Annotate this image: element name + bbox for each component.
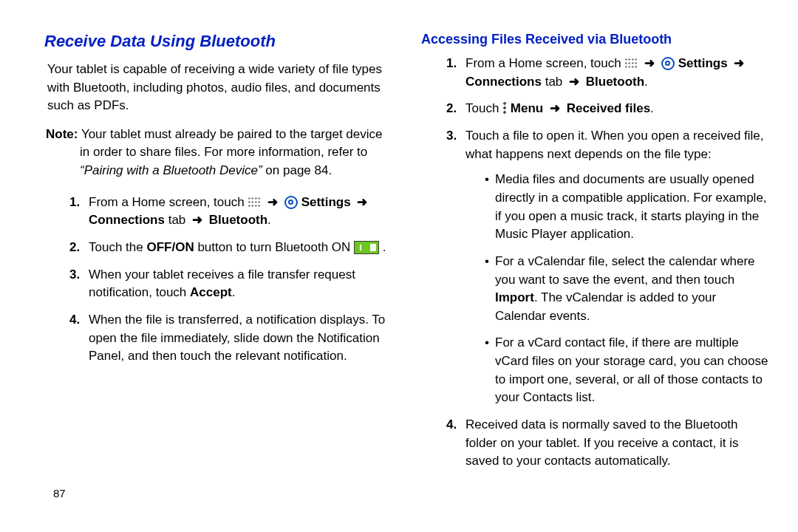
left-step-1: From a Home screen, touch ➜ Settings ➜ C… [69, 194, 392, 230]
step1-prefix: From a Home screen, touch [89, 195, 248, 209]
heading-accessing: Accessing Files Received via Bluetooth [421, 30, 768, 49]
left-step-2: Touch the OFF/ON button to turn Bluetoot… [69, 239, 392, 257]
bluetooth-label: Bluetooth [586, 75, 644, 89]
right-bullets: Media files and documents are usually op… [466, 171, 768, 407]
step2-text-a: Touch the [89, 240, 146, 254]
r-step1-prefix: From a Home screen, touch [466, 56, 624, 70]
right-step-4: Received data is normally saved to the B… [446, 416, 768, 471]
bullet-media: Media files and documents are usually op… [485, 171, 768, 244]
left-column: Receive Data Using Bluetooth Your tablet… [44, 30, 392, 517]
arrow-icon: ➜ [641, 56, 658, 70]
step2-offon: OFF/ON [146, 240, 194, 254]
right-step-1: From a Home screen, touch ➜ Settings ➜ C… [446, 55, 768, 91]
tab-word: tab [542, 75, 566, 89]
bullet-vcard: For a vCard contact file, if there are m… [485, 334, 768, 407]
left-step-4: When the file is transferred, a notifica… [69, 311, 392, 366]
bullet2-import: Import [495, 290, 534, 304]
menu-icon [502, 102, 507, 114]
bullet-vcalendar: For a vCalendar file, select the calenda… [485, 253, 768, 326]
arrow-icon: ➜ [354, 195, 370, 209]
note-text-line2: in order to share files. For more inform… [80, 145, 367, 159]
arrow-icon: ➜ [566, 75, 582, 89]
right-steps: From a Home screen, touch ➜ Settings ➜ C… [421, 55, 768, 471]
bluetooth-label: Bluetooth [209, 213, 267, 227]
menu-label: Menu [511, 101, 543, 115]
r-step2-a: Touch [466, 101, 502, 115]
connections-label: Connections [89, 213, 165, 227]
arrow-icon: ➜ [265, 195, 281, 209]
heading-receive: Receive Data Using Bluetooth [44, 30, 392, 53]
settings-icon [661, 57, 675, 70]
step3-accept: Accept [190, 285, 232, 299]
right-step-3: Touch a file to open it. When you open a… [446, 127, 768, 407]
note-reference-suffix: on page 84. [262, 163, 332, 177]
note-label: Note: [46, 127, 78, 141]
right-step-2: Touch Menu ➜ Received files. [446, 100, 768, 118]
settings-label: Settings [301, 195, 351, 209]
tab-word: tab [165, 213, 189, 227]
r-step3-intro: Touch a file to open it. When you open a… [466, 129, 764, 161]
received-files-label: Received files [567, 101, 650, 115]
note-text-line1: Your tablet must already be paired to th… [81, 127, 383, 141]
settings-icon [284, 196, 298, 209]
arrow-icon: ➜ [731, 56, 747, 70]
intro-paragraph: Your tablet is capable of receiving a wi… [47, 61, 392, 115]
connections-label: Connections [466, 75, 542, 89]
page-number: 87 [53, 487, 66, 499]
left-steps: From a Home screen, touch ➜ Settings ➜ C… [44, 194, 392, 366]
arrow-icon: ➜ [189, 213, 205, 227]
arrow-icon: ➜ [547, 101, 563, 115]
note-block: Note: Your tablet must already be paired… [46, 126, 392, 180]
left-step-3: When your tablet receives a file transfe… [69, 266, 392, 302]
toggle-on-icon [354, 241, 379, 254]
bullet2-a: For a vCalendar file, select the calenda… [495, 254, 755, 287]
apps-icon [624, 58, 638, 69]
right-column: Accessing Files Received via Bluetooth F… [421, 30, 768, 517]
step2-text-c: button to turn Bluetooth ON [194, 240, 354, 254]
apps-icon [248, 197, 261, 208]
settings-label: Settings [678, 56, 728, 70]
note-reference: “Pairing with a Bluetooth Device” [80, 163, 262, 177]
